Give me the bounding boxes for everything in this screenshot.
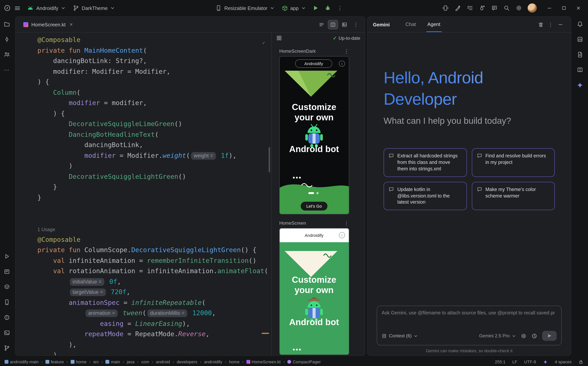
code-line[interactable]: [38, 213, 271, 224]
context-selector[interactable]: Context (6): [382, 333, 418, 338]
breadcrumb-item[interactable]: java: [127, 359, 135, 364]
comments-icon[interactable]: [489, 2, 500, 14]
code-line[interactable]: ) {: [38, 108, 271, 119]
suggestion-card[interactable]: Extract all hardcoded strings from this …: [384, 148, 467, 177]
tab-chat[interactable]: Chat: [404, 17, 417, 32]
suggestion-card[interactable]: Make my Theme's color scheme warmer: [472, 182, 555, 210]
problems-icon[interactable]: [0, 310, 13, 325]
maximize-button[interactable]: [558, 2, 570, 14]
code-line[interactable]: repeatMode = RepeatMode.Reverse,: [38, 329, 271, 339]
play-icon[interactable]: [0, 249, 13, 264]
cursor-position[interactable]: 255:1: [495, 359, 505, 364]
prompt-box[interactable]: Context (6) Gemini 2.5 Pro: [377, 306, 562, 345]
book-icon[interactable]: [573, 62, 587, 77]
design-view-icon[interactable]: [339, 20, 350, 29]
chart-icon[interactable]: [573, 32, 587, 47]
close-tab-icon[interactable]: ✕: [69, 22, 73, 27]
prompt-settings-icon[interactable]: [521, 333, 527, 339]
code-editor[interactable]: @Composableprivate fun MainHomeContent( …: [16, 32, 271, 355]
debug-button[interactable]: [322, 2, 333, 14]
running-devices-icon[interactable]: [0, 295, 13, 310]
history-clock-icon[interactable]: [531, 333, 537, 339]
code-line[interactable]: DecorativeSquiggleLimeGreen(): [38, 119, 271, 129]
terminal-icon[interactable]: [0, 325, 13, 340]
breadcrumb-item[interactable]: feature: [46, 359, 64, 364]
code-line[interactable]: @Composable: [38, 35, 271, 45]
hide-panel-button[interactable]: [556, 19, 565, 30]
home-screen-dark-preview[interactable]: Androidify i Customize your own: [279, 56, 365, 215]
breadcrumb-item[interactable]: home: [71, 359, 86, 364]
gemini-more-button[interactable]: ⋮: [546, 19, 556, 30]
info-icon[interactable]: i: [342, 62, 342, 66]
settings-gear-icon[interactable]: [513, 2, 525, 14]
inspections-ok-icon[interactable]: ✓: [262, 37, 265, 48]
close-button[interactable]: ✕: [573, 2, 584, 14]
send-button[interactable]: [542, 331, 557, 341]
code-line[interactable]: animation = tween(durationMillis = 12000…: [38, 308, 271, 319]
version-control-icon[interactable]: [0, 340, 13, 356]
ai-sparkle-icon[interactable]: [543, 359, 548, 364]
more-tools-icon[interactable]: ⋯: [0, 62, 13, 77]
ai-pen-icon[interactable]: [452, 2, 463, 14]
gemini-star-icon[interactable]: [573, 77, 587, 93]
search-icon[interactable]: [501, 2, 512, 14]
breadcrumb-item[interactable]: main: [106, 359, 120, 364]
breadcrumb-item[interactable]: CompactPager: [287, 359, 321, 364]
code-line[interactable]: 1 Usage: [38, 224, 271, 234]
logcat-icon[interactable]: [0, 264, 13, 279]
split-view-icon[interactable]: [328, 20, 338, 29]
ai-debug-icon[interactable]: [476, 2, 488, 14]
code-line[interactable]: DecorativeSquiggleLightGreen(): [38, 171, 271, 182]
code-line[interactable]: initialValue = 0f,: [38, 276, 271, 287]
home-screen-preview[interactable]: Androidify i Customize your own: [279, 228, 365, 355]
breadcrumb-item[interactable]: android: [156, 359, 170, 364]
delete-conversation-button[interactable]: [536, 19, 546, 30]
project-folder-icon[interactable]: [0, 16, 13, 32]
code-line[interactable]: targetValue = 720f,: [38, 287, 271, 297]
code-line[interactable]: ): [38, 350, 271, 355]
code-line[interactable]: ) {: [38, 77, 271, 87]
lets-go-button[interactable]: Let's Go: [301, 202, 328, 211]
preview-name[interactable]: HomeScreenDark: [279, 48, 316, 54]
preview-options-icon[interactable]: ⋮: [344, 221, 349, 226]
preview-name[interactable]: HomeScreen: [279, 221, 306, 226]
code-view-icon[interactable]: [316, 20, 327, 29]
breadcrumb-item[interactable]: androidify: [204, 359, 222, 364]
preview-grid-icon[interactable]: [276, 35, 282, 41]
code-line[interactable]: ),: [38, 339, 271, 350]
suggestion-card[interactable]: Find and resolve build errors in my proj…: [472, 148, 555, 177]
code-line[interactable]: val infiniteAnimation = rememberInfinite…: [38, 255, 271, 266]
editor-scrollbar[interactable]: [269, 147, 270, 172]
device-selector[interactable]: Resizable Emulator: [212, 2, 278, 14]
code-line[interactable]: }: [38, 182, 271, 192]
info-icon[interactable]: i: [342, 233, 342, 237]
code-line[interactable]: easing = LinearEasing),: [38, 319, 271, 329]
device-mirroring-icon[interactable]: [440, 2, 451, 14]
code-line[interactable]: Column(: [38, 87, 271, 98]
layers-icon[interactable]: [0, 279, 13, 295]
code-line[interactable]: dancingBotLink,: [38, 140, 271, 150]
suggestion-card[interactable]: Update kotlin in @libs.version.toml to t…: [384, 182, 467, 210]
breadcrumb-item[interactable]: home: [229, 359, 240, 364]
lock-icon[interactable]: [579, 359, 583, 364]
user-avatar[interactable]: [528, 3, 537, 13]
breadcrumb-item[interactable]: developers: [177, 359, 197, 364]
code-line[interactable]: DancingBotHeadlineText(: [38, 129, 271, 140]
pull-requests-icon[interactable]: [0, 47, 13, 62]
code-line[interactable]: ): [38, 161, 271, 171]
branch-selector[interactable]: DarkTheme: [69, 2, 118, 14]
editor-tab-homescreen[interactable]: HomeScreen.kt ✕: [19, 17, 77, 32]
model-selector[interactable]: Gemini 2.5 Pro: [479, 333, 516, 338]
task-list-icon[interactable]: [464, 2, 476, 14]
commit-icon[interactable]: [0, 32, 13, 47]
editor-options-icon[interactable]: ⋮: [351, 20, 361, 29]
line-separator[interactable]: LF: [512, 359, 517, 364]
code-line[interactable]: @Composable: [38, 234, 271, 245]
gemini-prompt-input[interactable]: [382, 310, 557, 316]
code-line[interactable]: modifier = Modifier.weight(weight = 1f),: [38, 150, 271, 161]
document-icon[interactable]: [573, 47, 587, 62]
code-line[interactable]: modifier: Modifier = Modifier,: [38, 66, 271, 77]
indent-setting[interactable]: 4 spaces: [555, 359, 572, 364]
code-line[interactable]: val rotationAnimation = infiniteAnimatio…: [38, 266, 271, 276]
breadcrumb-item[interactable]: HomeScreen.kt: [246, 359, 281, 364]
